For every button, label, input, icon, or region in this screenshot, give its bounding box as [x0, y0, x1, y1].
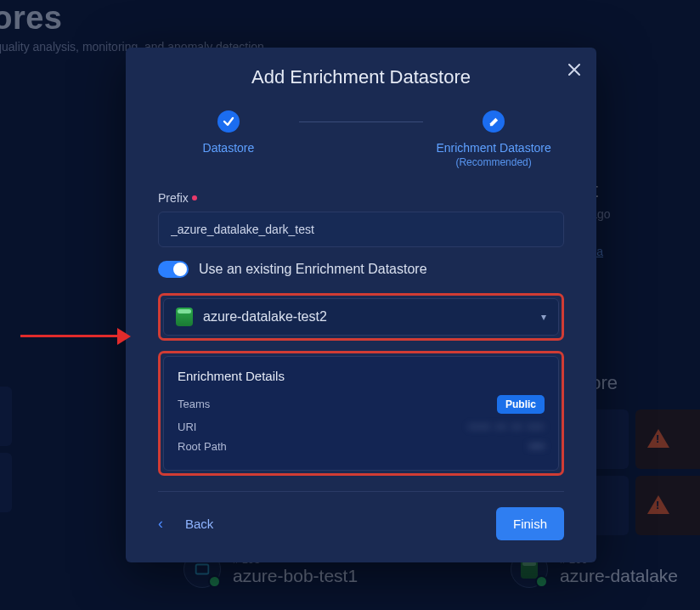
back-label: Back — [185, 517, 213, 531]
detail-key: Root Path — [178, 440, 227, 453]
detail-row-uri: URI •••• •• •• ••• — [178, 417, 545, 437]
close-icon — [568, 64, 580, 76]
required-indicator-icon — [192, 195, 197, 201]
datalake-icon — [176, 308, 193, 326]
finish-button[interactable]: Finish — [496, 507, 564, 540]
step-label: Datastore — [203, 141, 255, 156]
modal-title: Add Enrichment Datastore — [158, 66, 564, 88]
step-datastore[interactable]: Datastore — [158, 110, 299, 156]
step-connector — [299, 121, 423, 122]
divider — [158, 491, 564, 492]
prefix-input[interactable] — [158, 212, 564, 247]
enrichment-details-card: Enrichment Details Teams Public URI ••••… — [163, 356, 559, 471]
step-enrichment-datastore[interactable]: Enrichment Datastore(Recommended) — [423, 110, 564, 169]
detail-row-teams: Teams Public — [178, 392, 545, 417]
detail-key: Teams — [178, 398, 210, 410]
close-button[interactable] — [564, 59, 584, 80]
detail-key: URI — [178, 421, 196, 433]
annotation-highlight-details: Enrichment Details Teams Public URI ••••… — [158, 351, 564, 476]
toggle-knob-icon — [173, 263, 187, 276]
step-sublabel: (Recommended) — [436, 156, 550, 169]
public-badge: Public — [497, 395, 545, 414]
detail-value: •••• •• •• ••• — [469, 421, 545, 433]
use-existing-label: Use an existing Enrichment Datastore — [199, 262, 427, 277]
step-current-icon — [483, 110, 505, 133]
stepper: Datastore Enrichment Datastore(Recommend… — [158, 110, 564, 169]
prefix-label: Prefix — [158, 191, 564, 205]
step-complete-icon — [217, 110, 240, 133]
enrichment-datastore-select[interactable]: azure-datalake-test2 ▾ — [163, 298, 559, 336]
select-value: azure-datalake-test2 — [203, 309, 327, 325]
modal-footer: ‹ Back Finish — [158, 507, 564, 540]
details-title: Enrichment Details — [178, 369, 545, 383]
chevron-left-icon: ‹ — [158, 515, 175, 533]
use-existing-toggle[interactable] — [158, 261, 189, 278]
add-enrichment-datastore-modal: Add Enrichment Datastore Datastore Enric… — [126, 48, 596, 562]
chevron-down-icon: ▾ — [541, 311, 546, 323]
step-label: Enrichment Datastore(Recommended) — [436, 141, 550, 169]
detail-row-root-path: Root Path •••• — [178, 437, 545, 456]
back-button[interactable]: ‹ Back — [158, 515, 213, 533]
annotation-highlight-select: azure-datalake-test2 ▾ — [158, 293, 564, 341]
detail-value: •••• — [529, 440, 545, 453]
